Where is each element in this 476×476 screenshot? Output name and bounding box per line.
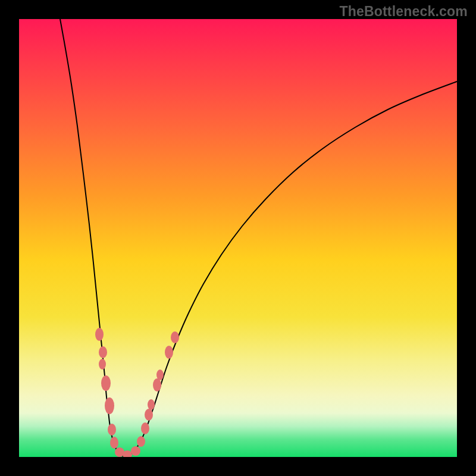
data-marker	[110, 437, 118, 449]
data-marker	[99, 359, 106, 369]
curve-right	[123, 82, 457, 456]
data-marker	[137, 436, 145, 447]
data-marker	[95, 328, 104, 341]
plot-area	[19, 19, 457, 457]
data-marker	[141, 422, 149, 434]
data-marker	[101, 375, 111, 391]
watermark-text: TheBottleneck.com	[339, 4, 468, 20]
data-marker	[99, 346, 107, 358]
curve-left	[60, 19, 123, 456]
data-marker	[148, 399, 155, 410]
data-marker	[105, 397, 114, 414]
curve-svg	[19, 19, 457, 457]
data-marker	[153, 378, 161, 392]
data-marker	[131, 446, 140, 456]
data-marker	[156, 369, 164, 380]
data-marker	[165, 346, 173, 359]
chart-frame: TheBottleneck.com	[0, 0, 476, 476]
markers-group	[95, 328, 179, 457]
data-marker	[108, 424, 116, 436]
data-marker	[171, 331, 179, 343]
data-marker	[145, 409, 153, 421]
